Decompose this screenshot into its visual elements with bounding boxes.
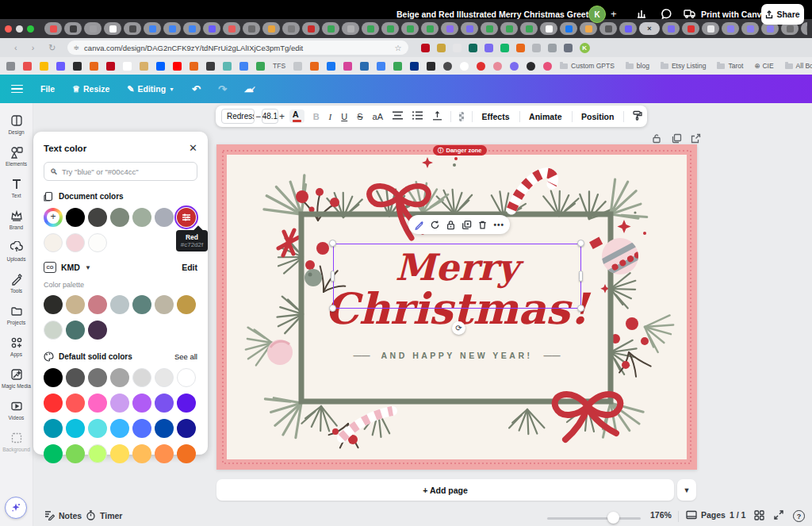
bookmark-favicon[interactable] [223,62,232,71]
browser-tab[interactable] [362,22,379,35]
bookmark-favicon[interactable] [360,62,369,71]
browser-tab[interactable] [64,22,82,35]
resize-handle-ne[interactable] [577,240,584,247]
bookmark-favicon[interactable] [256,62,265,71]
color-swatch[interactable] [132,295,151,314]
comments-icon[interactable] [661,8,672,23]
pages-button[interactable]: Pages [686,510,726,520]
print-with-canva-button[interactable]: Print with Canva [701,0,766,29]
duplicate-icon[interactable] [462,220,472,230]
bookmark-favicon[interactable] [310,62,319,71]
color-swatch[interactable] [66,419,85,438]
timer-button[interactable]: Timer [86,510,122,520]
color-swatch[interactable] [110,368,129,387]
zoom-slider-knob[interactable] [607,512,619,524]
bookmark-folder[interactable]: Custom GPTS [560,62,615,70]
grid-view-icon[interactable] [754,510,764,520]
color-swatch[interactable] [88,321,107,340]
sidebar-item-text[interactable]: Text [0,178,33,198]
color-swatch[interactable] [177,295,196,314]
card-subtitle[interactable]: ——AND HAPPY NEW YEAR!—— [216,351,697,360]
color-swatch[interactable] [132,444,151,463]
magic-write-icon[interactable] [414,220,424,230]
zoom-value[interactable]: 176% [650,510,672,520]
browser-tab[interactable] [163,22,181,35]
color-swatch[interactable] [88,444,107,463]
color-swatch[interactable] [88,295,107,314]
add-page-button[interactable]: + Add page [216,479,674,501]
color-swatch[interactable] [44,295,63,314]
sidebar-item-design[interactable]: Design [0,114,33,135]
browser-tab[interactable] [801,22,807,35]
close-icon[interactable]: ✕ [189,142,197,154]
chevron-down-icon[interactable]: ▼ [85,264,91,271]
selected-color-swatch[interactable] [177,208,196,227]
design-title[interactable]: Beige and Red Illustrated Merry Christma… [396,0,595,29]
active-tab[interactable]: × [639,22,660,35]
bookmark-favicon[interactable] [460,62,469,71]
text-selection-box[interactable] [333,244,581,309]
undo-button[interactable]: ↶ [192,83,201,95]
bookmark-favicon[interactable] [443,62,452,71]
bookmark-favicon[interactable] [510,62,519,71]
copy-style-roller-icon[interactable] [632,110,642,122]
color-swatch[interactable] [132,394,151,413]
extension-icon[interactable] [564,44,573,52]
browser-tab[interactable] [223,22,240,35]
bookmark-folder[interactable]: Tarot [717,62,743,70]
text-color-button[interactable]: A [289,109,304,123]
browser-tab[interactable] [682,22,699,35]
sidebar-item-tools[interactable]: Tools [0,273,33,294]
add-color-button[interactable] [44,208,63,227]
bookmark-favicon[interactable] [73,62,82,71]
bookmark-favicon[interactable] [493,62,502,71]
bookmark-folder[interactable]: Etsy Listing [661,62,706,70]
color-swatch[interactable] [155,295,174,314]
color-swatch[interactable] [44,233,63,252]
bookmark-favicon[interactable] [56,62,65,71]
color-swatch[interactable] [44,368,63,387]
resize-handle-sw[interactable] [329,305,336,312]
bookmark-favicon[interactable] [190,62,198,71]
extension-icon[interactable] [516,44,525,52]
duplicate-page-icon[interactable] [672,133,682,146]
color-swatch[interactable] [66,295,85,314]
spacing-button[interactable] [432,111,442,122]
zoom-window-button[interactable] [27,25,34,33]
extension-icon[interactable] [500,44,509,52]
share-button[interactable]: Share [761,4,804,25]
rotate-handle[interactable]: ⟳ [452,321,465,335]
browser-tab[interactable] [144,22,161,35]
bookmark-favicon[interactable] [343,62,352,71]
color-swatch[interactable] [44,394,63,413]
bookmark-favicon[interactable] [40,62,48,71]
bookmark-item[interactable]: TFS [273,62,285,70]
close-tab-icon[interactable]: × [647,25,651,33]
more-options-icon[interactable]: ••• [493,221,504,229]
color-search-input[interactable]: 🔍︎ Try "blue" or "#00c4cc" [44,162,197,181]
strikethrough-button[interactable]: S [357,112,362,121]
bookmark-favicon[interactable] [543,62,552,71]
color-swatch[interactable] [110,419,129,438]
resize-handle-w[interactable] [331,271,335,282]
browser-tab[interactable] [124,22,141,35]
color-swatch[interactable] [132,208,151,227]
color-swatch[interactable] [177,419,196,438]
bookmark-favicon[interactable] [477,62,485,71]
minimize-window-button[interactable] [16,25,23,33]
color-swatch[interactable] [110,444,129,463]
color-swatch[interactable] [177,444,196,463]
browser-tab[interactable] [599,22,617,35]
bookmark-favicon[interactable] [393,62,402,71]
sidebar-item-brand[interactable]: Brand [0,209,33,230]
bookmark-favicon[interactable] [173,62,182,71]
color-swatch[interactable] [155,368,174,387]
refresh-icon[interactable] [430,220,440,230]
browser-tab[interactable] [243,22,260,35]
browser-tab[interactable] [84,22,102,35]
editing-mode-dropdown[interactable]: ✎Editing▼ [127,84,174,94]
add-member-icon[interactable]: + [611,8,617,20]
position-button[interactable]: Position [581,112,614,121]
extension-icon[interactable] [532,44,541,52]
bookmark-favicon[interactable] [90,62,98,71]
